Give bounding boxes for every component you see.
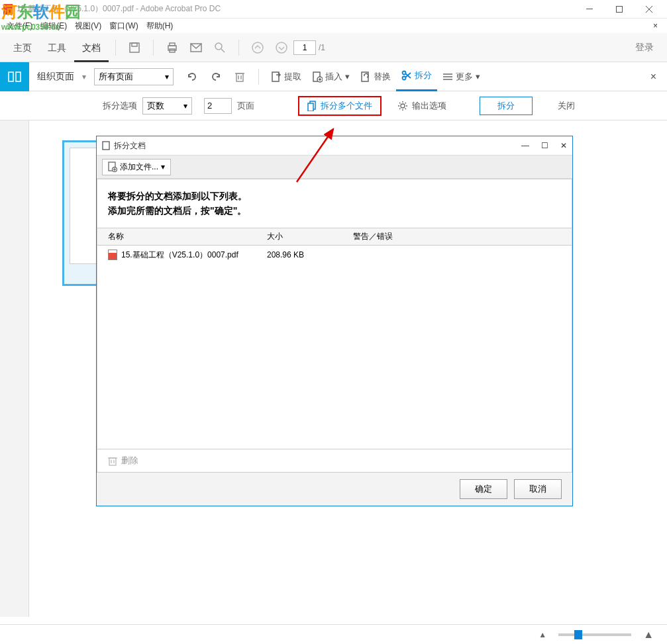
close-tool-icon[interactable]: × <box>640 71 667 83</box>
svg-rect-5 <box>132 43 137 46</box>
mail-icon[interactable] <box>188 40 204 56</box>
page-unit-label: 页面 <box>237 100 254 112</box>
search-icon[interactable] <box>212 40 228 56</box>
menu-help[interactable]: 帮助(H) <box>142 19 178 33</box>
extract-button[interactable]: 提取 <box>266 62 307 91</box>
dialog-minimize-button[interactable]: — <box>521 141 529 150</box>
print-icon[interactable] <box>164 40 180 56</box>
organize-label: 组织页面 <box>29 71 82 83</box>
separator <box>238 40 239 56</box>
tab-tools[interactable]: 工具 <box>40 33 74 62</box>
more-button[interactable]: 更多▾ <box>437 62 486 91</box>
organize-toolbar: 组织页面 ▾ 所有页面 ▾ 提取 插入▾ 替换 拆分 更多▾ × <box>0 62 667 91</box>
thumb-small-icon[interactable]: ▲ <box>539 630 546 639</box>
col-name-header[interactable]: 名称 <box>108 231 267 242</box>
svg-line-11 <box>221 49 225 52</box>
separator <box>153 40 154 56</box>
maximize-button[interactable] <box>604 0 634 19</box>
svg-point-13 <box>276 42 287 53</box>
page-range-dropdown[interactable]: 所有页面 ▾ <box>94 68 174 85</box>
delete-icon[interactable] <box>233 70 246 83</box>
split-multiple-button[interactable]: 拆分多个文件 <box>298 96 382 116</box>
file-row[interactable]: 15.基础工程（V25.1.0）0007.pdf 208.96 KB <box>97 246 572 265</box>
cancel-button[interactable]: 取消 <box>514 479 562 499</box>
dialog-title: 拆分文档 <box>114 140 146 152</box>
svg-rect-4 <box>130 43 139 52</box>
split-action-button[interactable]: 拆分 <box>480 97 533 115</box>
split-pages-input[interactable] <box>204 98 232 114</box>
menu-close-icon[interactable]: × <box>646 21 664 30</box>
menu-view[interactable]: 视图(V) <box>71 19 105 33</box>
menu-window[interactable]: 窗口(W) <box>105 19 142 33</box>
col-size-header[interactable]: 大小 <box>267 231 353 242</box>
dialog-footer: 确定 取消 <box>97 473 572 506</box>
col-error-header[interactable]: 警告／错误 <box>353 231 561 242</box>
login-link[interactable]: 登录 <box>627 42 662 54</box>
ok-button[interactable]: 确定 <box>460 479 507 499</box>
dialog-message: 将要拆分的文档添加到以下列表。 添加完所需的文档后，按"确定"。 <box>97 179 572 228</box>
minimize-button[interactable] <box>574 0 604 19</box>
zoom-slider[interactable] <box>558 633 631 636</box>
dialog-add-bar: 添加文件...▾ <box>97 155 572 179</box>
insert-button[interactable]: 插入▾ <box>307 62 355 91</box>
dropdown-text: 所有页面 <box>99 71 165 83</box>
menu-file[interactable]: 文件(F) <box>3 19 36 33</box>
svg-rect-20 <box>272 72 279 81</box>
close-button[interactable] <box>634 0 664 19</box>
save-icon[interactable] <box>127 40 142 56</box>
organize-pages-icon[interactable] <box>0 62 29 91</box>
svg-rect-7 <box>170 43 175 46</box>
tab-home[interactable]: 主页 <box>5 33 40 62</box>
dialog-table-header: 名称 大小 警告／错误 <box>97 228 572 246</box>
svg-rect-34 <box>308 103 313 111</box>
thumb-large-icon[interactable]: ▲ <box>643 629 654 641</box>
pdf-icon <box>3 4 13 15</box>
split-options-bar: 拆分选项 页数▾ 页面 拆分多个文件 输出选项 拆分 关闭 <box>0 91 667 120</box>
split-option-label: 拆分选项 <box>103 100 137 112</box>
output-options-button[interactable]: 输出选项 <box>397 100 446 112</box>
page-total: /1 <box>319 43 325 52</box>
svg-rect-16 <box>236 73 243 81</box>
add-file-button[interactable]: 添加文件...▾ <box>102 159 171 175</box>
document-icon <box>102 141 110 150</box>
file-name: 15.基础工程（V25.1.0）0007.pdf <box>121 250 238 261</box>
dialog-close-button[interactable]: ✕ <box>560 141 567 150</box>
dialog-titlebar: 拆分文档 — ☐ ✕ <box>97 136 572 155</box>
dialog-body: 将要拆分的文档添加到以下列表。 添加完所需的文档后，按"确定"。 名称 大小 警… <box>97 179 572 473</box>
slider-thumb[interactable] <box>574 630 582 639</box>
page-number-input[interactable] <box>293 40 316 55</box>
svg-rect-0 <box>586 9 593 9</box>
close-label[interactable]: 关闭 <box>558 100 575 112</box>
left-sidebar <box>0 120 29 617</box>
svg-point-12 <box>252 42 263 53</box>
svg-rect-42 <box>109 458 116 465</box>
dialog-maximize-button[interactable]: ☐ <box>541 141 548 150</box>
rotate-left-icon[interactable] <box>185 70 199 83</box>
rotate-right-icon[interactable] <box>209 70 223 83</box>
split-document-dialog: 拆分文档 — ☐ ✕ 添加文件...▾ 将要拆分的文档添加到以下列表。 添加完所… <box>96 136 573 506</box>
tab-document[interactable]: 文档 <box>74 33 109 62</box>
chevron-down-icon: ▾ <box>165 72 169 81</box>
page-up-icon[interactable] <box>250 40 266 56</box>
pdf-icon <box>108 250 117 260</box>
empty-space <box>97 265 572 449</box>
main-toolbar: 主页 工具 文档 /1 登录 <box>0 33 667 62</box>
split-button[interactable]: 拆分 <box>396 62 437 91</box>
separator <box>258 69 259 85</box>
chevron-down-icon[interactable]: ▾ <box>82 72 86 81</box>
replace-button[interactable]: 替换 <box>355 62 396 91</box>
file-size: 208.96 KB <box>267 250 353 259</box>
delete-button[interactable]: 删除 <box>97 449 572 472</box>
window-title: 15.基础工程（V25.1.0）0007.pdf - Adobe Acrobat… <box>17 3 574 15</box>
svg-point-10 <box>215 43 222 50</box>
menu-edit[interactable]: 编辑(E) <box>36 19 71 33</box>
svg-point-35 <box>401 104 405 108</box>
page-down-icon[interactable] <box>274 40 289 56</box>
svg-rect-37 <box>103 142 109 150</box>
svg-rect-14 <box>9 72 13 81</box>
svg-rect-1 <box>616 6 622 12</box>
svg-rect-15 <box>16 72 21 81</box>
window-titlebar: 15.基础工程（V25.1.0）0007.pdf - Adobe Acrobat… <box>0 0 667 19</box>
split-mode-dropdown[interactable]: 页数▾ <box>142 97 192 115</box>
menu-bar: 文件(F) 编辑(E) 视图(V) 窗口(W) 帮助(H) × <box>0 19 667 33</box>
